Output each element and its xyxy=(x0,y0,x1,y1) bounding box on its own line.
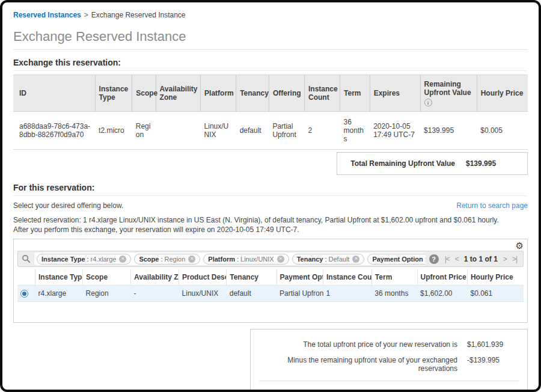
col-header-scope: Scope xyxy=(83,269,131,286)
cell-offering: Partial Upfront xyxy=(269,112,304,150)
cell-platform: Linux/UNIX xyxy=(201,112,236,150)
filter-tag-label: Instance Type xyxy=(41,256,85,263)
first-page-icon[interactable]: |< xyxy=(445,255,450,263)
filter-tag-value: Linux/UNIX xyxy=(240,256,274,263)
cell-tenancy: default xyxy=(236,112,269,150)
filter-tag-payment-option: Payment Option : Partial Upfront × xyxy=(367,254,425,265)
summary-value: -$139.995 xyxy=(467,356,519,364)
col-header-instance-count: Instance Count xyxy=(323,269,372,286)
cell-hourly-price: $0.061 xyxy=(467,286,524,302)
cell-id: a688daa9-78c6-473a-8dbb-88267f0d9a70 xyxy=(13,112,95,150)
cell-tenancy: default xyxy=(227,286,277,302)
filter-tag-separator: : xyxy=(425,256,426,263)
col-header-tenancy: Tenancy xyxy=(227,269,277,286)
col-header-term: Term xyxy=(371,269,417,286)
close-icon[interactable]: × xyxy=(188,256,195,263)
summary-label: The total upfront price of your new rese… xyxy=(259,340,467,349)
cell-hourly-price: $0.005 xyxy=(477,112,528,150)
filter-tag-scope: Scope : Region × xyxy=(134,254,200,265)
filter-tag-separator: : xyxy=(237,256,239,263)
help-icon[interactable]: ? xyxy=(429,254,439,264)
cell-remaining-upfront-value: $139.995 xyxy=(420,112,477,150)
exchange-summary-box: The total upfront price of your new rese… xyxy=(250,329,528,392)
col-header-scope: Scope xyxy=(132,75,156,112)
filter-tag-instance-type: Instance Type : r4.xlarge × xyxy=(37,254,131,265)
col-header-product-description: Product Descrip xyxy=(179,269,227,286)
info-icon[interactable]: i xyxy=(424,99,432,106)
app-window: Reserved Instances>Exchange Reserved Ins… xyxy=(0,0,541,392)
filter-tag-separator: : xyxy=(160,256,162,263)
total-remaining-upfront-box: Total Remaining Upfront Value $139.995 xyxy=(337,152,528,175)
col-header-select xyxy=(17,269,35,286)
col-header-remaining-upfront-value-label: Remaining Upfront Value xyxy=(424,80,471,97)
offering-table: Instance Type Scope Availability Zon Pro… xyxy=(17,269,524,302)
filter-tag-label: Scope xyxy=(139,256,159,263)
cell-instance-type: r4.xlarge xyxy=(35,286,82,302)
select-offering-text: Select your desired offering below. xyxy=(13,201,456,210)
col-header-hourly-price: Hourly Price xyxy=(467,269,524,286)
filter-tag-label: Platform xyxy=(208,256,235,263)
filter-tag-separator: : xyxy=(87,256,89,263)
col-header-platform: Platform xyxy=(201,75,236,112)
summary-row-minus-remaining: Minus the remaining upfront value of you… xyxy=(259,352,519,376)
section-heading-exchange: Exchange this reservation: xyxy=(13,58,528,71)
filter-tag-platform: Platform : Linux/UNIX × xyxy=(203,254,289,265)
filter-bar: Instance Type : r4.xlarge × Scope : Regi… xyxy=(17,251,524,267)
search-icon xyxy=(22,254,31,263)
cell-availability-zone xyxy=(156,112,200,150)
table-row: a688daa9-78c6-473a-8dbb-88267f0d9a70 t2.… xyxy=(13,112,528,150)
summary-row-total-payment: Total upfront payment required for this … xyxy=(259,385,519,392)
cell-instance-count: 1 xyxy=(323,286,372,302)
pagination: |< < 1 to 1 of 1 > >| xyxy=(442,255,519,263)
filter-search-input[interactable]: Instance Type : r4.xlarge × Scope : Regi… xyxy=(34,253,426,265)
col-header-upfront-price: Upfront Price xyxy=(417,269,467,286)
breadcrumb-link-reserved-instances[interactable]: Reserved Instances xyxy=(13,11,81,19)
return-to-search-link[interactable]: Return to search page xyxy=(456,201,528,210)
main-content: Reserved Instances>Exchange Reserved Ins… xyxy=(2,2,539,392)
close-icon[interactable]: × xyxy=(352,256,359,263)
col-header-instance-type: Instance Type xyxy=(95,75,132,112)
selected-reservation-text: Selected reservation: 1 r4.xlarge Linux/… xyxy=(13,215,528,234)
cell-product-description: Linux/UNIX xyxy=(179,286,227,302)
col-header-term: Term xyxy=(340,75,370,112)
next-page-icon[interactable]: > xyxy=(503,255,507,263)
gear-icon[interactable]: ⚙ xyxy=(516,241,524,250)
filter-tag-value: r4.xlarge xyxy=(91,256,117,263)
offering-header-row: Instance Type Scope Availability Zon Pro… xyxy=(17,269,524,286)
summary-label: Minus the remaining upfront value of you… xyxy=(259,356,467,373)
prev-page-icon[interactable]: < xyxy=(455,255,459,263)
col-header-payment-option: Payment Optior xyxy=(277,269,323,286)
col-header-offering: Offering xyxy=(269,75,304,112)
cell-scope: Region xyxy=(83,286,131,302)
last-page-icon[interactable]: >| xyxy=(512,255,517,263)
cell-availability-zone: - xyxy=(131,286,179,302)
col-header-id: ID xyxy=(13,75,95,112)
radio-selected-icon[interactable] xyxy=(20,290,28,298)
breadcrumb: Reserved Instances>Exchange Reserved Ins… xyxy=(13,11,528,19)
cell-instance-type: t2.micro xyxy=(95,112,132,150)
filter-tag-label: Tenancy xyxy=(297,256,323,263)
offering-row-selected[interactable]: r4.xlarge Region - Linux/UNIX default Pa… xyxy=(17,286,524,302)
col-header-instance-type: Instance Type xyxy=(35,269,82,286)
summary-row-new-reservation-price: The total upfront price of your new rese… xyxy=(259,337,519,352)
cell-term: 36 months xyxy=(371,286,417,302)
summary-label: Total upfront payment required for this … xyxy=(259,389,467,392)
cell-expires: 2020-10-05 17:49 UTC-7 xyxy=(370,112,420,150)
panel-toolbar: ⚙ xyxy=(17,240,524,251)
close-icon[interactable]: × xyxy=(119,256,126,263)
pagination-count: 1 to 1 of 1 xyxy=(464,255,498,263)
cell-upfront-price: $1,602.00 xyxy=(417,286,467,302)
section-heading-for-this-reservation: For this reservation: xyxy=(13,183,528,196)
total-remaining-upfront-label: Total Remaining Upfront Value xyxy=(344,159,466,168)
page-title: Exchange Reserved Instance xyxy=(13,29,528,50)
selected-reservation-line2: After you perform this exchange, your re… xyxy=(13,225,528,234)
breadcrumb-separator: > xyxy=(84,11,88,19)
cell-instance-count: 2 xyxy=(304,112,340,150)
cell-term: 36 months xyxy=(340,112,370,150)
col-header-tenancy: Tenancy xyxy=(236,75,269,112)
close-icon[interactable]: × xyxy=(277,256,284,263)
filter-tag-value: Default xyxy=(329,256,350,263)
cell-payment-option: Partial Upfront xyxy=(277,286,323,302)
table-header-row: ID Instance Type Scope Availability Zone… xyxy=(13,75,528,112)
col-header-hourly-price: Hourly Price xyxy=(477,75,528,112)
